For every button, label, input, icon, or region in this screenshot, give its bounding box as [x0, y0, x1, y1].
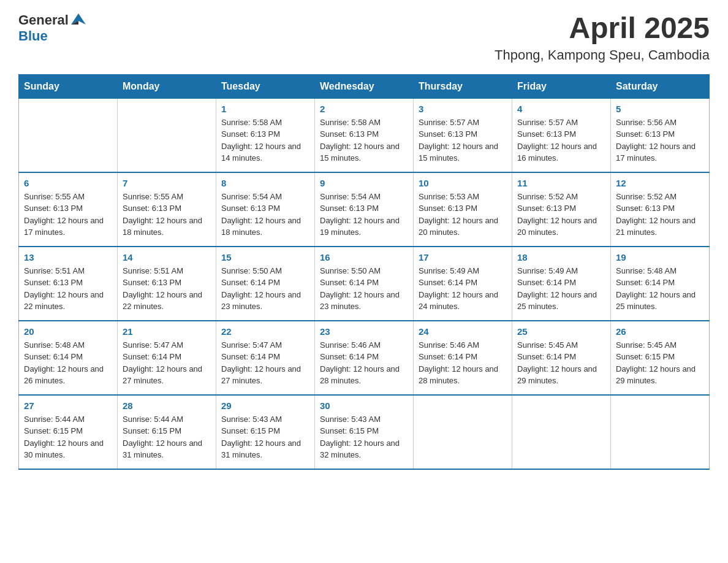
day-number: 4 — [517, 104, 605, 114]
day-number: 22 — [221, 326, 309, 337]
day-number: 11 — [517, 178, 605, 188]
day-info: Sunrise: 5:52 AMSunset: 6:13 PMDaylight:… — [616, 191, 704, 239]
table-row: 14Sunrise: 5:51 AMSunset: 6:13 PMDayligh… — [118, 247, 216, 321]
day-info: Sunrise: 5:46 AMSunset: 6:14 PMDaylight:… — [419, 339, 507, 387]
table-row: 29Sunrise: 5:43 AMSunset: 6:15 PMDayligh… — [216, 395, 315, 469]
day-info: Sunrise: 5:52 AMSunset: 6:13 PMDaylight:… — [517, 191, 605, 239]
table-row: 23Sunrise: 5:46 AMSunset: 6:14 PMDayligh… — [315, 321, 414, 395]
page-header: General Blue April 2025 Thpong, Kampong … — [18, 12, 710, 63]
day-info: Sunrise: 5:50 AMSunset: 6:14 PMDaylight:… — [221, 265, 309, 313]
table-row: 8Sunrise: 5:54 AMSunset: 6:13 PMDaylight… — [216, 172, 315, 247]
table-row: 16Sunrise: 5:50 AMSunset: 6:14 PMDayligh… — [315, 247, 414, 321]
table-row: 13Sunrise: 5:51 AMSunset: 6:13 PMDayligh… — [19, 247, 118, 321]
day-number: 17 — [419, 252, 507, 262]
day-number: 29 — [221, 400, 309, 411]
day-number: 5 — [616, 104, 704, 114]
day-info: Sunrise: 5:45 AMSunset: 6:15 PMDaylight:… — [616, 339, 704, 387]
col-thursday: Thursday — [414, 74, 512, 98]
day-number: 12 — [616, 178, 704, 188]
day-info: Sunrise: 5:43 AMSunset: 6:15 PMDaylight:… — [221, 413, 309, 461]
day-info: Sunrise: 5:49 AMSunset: 6:14 PMDaylight:… — [517, 265, 605, 313]
table-row — [512, 395, 611, 469]
day-number: 18 — [517, 252, 605, 262]
table-row: 25Sunrise: 5:45 AMSunset: 6:14 PMDayligh… — [512, 321, 611, 395]
day-number: 9 — [320, 178, 408, 188]
day-number: 30 — [320, 400, 408, 411]
day-number: 13 — [24, 252, 112, 262]
table-row: 2Sunrise: 5:58 AMSunset: 6:13 PMDaylight… — [315, 98, 414, 172]
day-number: 1 — [221, 104, 309, 114]
day-info: Sunrise: 5:51 AMSunset: 6:13 PMDaylight:… — [123, 265, 211, 313]
logo: General Blue — [18, 12, 87, 44]
day-info: Sunrise: 5:48 AMSunset: 6:14 PMDaylight:… — [616, 265, 704, 313]
table-row — [19, 98, 118, 172]
day-number: 15 — [221, 252, 309, 262]
day-info: Sunrise: 5:45 AMSunset: 6:14 PMDaylight:… — [517, 339, 605, 387]
table-row: 4Sunrise: 5:57 AMSunset: 6:13 PMDaylight… — [512, 98, 611, 172]
table-row — [118, 98, 216, 172]
day-number: 27 — [24, 400, 112, 411]
table-row: 17Sunrise: 5:49 AMSunset: 6:14 PMDayligh… — [414, 247, 512, 321]
calendar-week-row: 1Sunrise: 5:58 AMSunset: 6:13 PMDaylight… — [19, 98, 710, 172]
day-number: 2 — [320, 104, 408, 114]
table-row: 18Sunrise: 5:49 AMSunset: 6:14 PMDayligh… — [512, 247, 611, 321]
col-wednesday: Wednesday — [315, 74, 414, 98]
page-title: April 2025 — [495, 12, 710, 45]
calendar-table: Sunday Monday Tuesday Wednesday Thursday… — [18, 74, 710, 470]
col-friday: Friday — [512, 74, 611, 98]
day-number: 21 — [123, 326, 211, 337]
col-sunday: Sunday — [19, 74, 118, 98]
day-number: 23 — [320, 326, 408, 337]
title-block: April 2025 Thpong, Kampong Speu, Cambodi… — [495, 12, 710, 63]
table-row — [611, 395, 710, 469]
day-number: 28 — [123, 400, 211, 411]
day-number: 26 — [616, 326, 704, 337]
day-info: Sunrise: 5:49 AMSunset: 6:14 PMDaylight:… — [419, 265, 507, 313]
table-row: 5Sunrise: 5:56 AMSunset: 6:13 PMDaylight… — [611, 98, 710, 172]
col-saturday: Saturday — [611, 74, 710, 98]
table-row: 19Sunrise: 5:48 AMSunset: 6:14 PMDayligh… — [611, 247, 710, 321]
table-row: 24Sunrise: 5:46 AMSunset: 6:14 PMDayligh… — [414, 321, 512, 395]
day-info: Sunrise: 5:43 AMSunset: 6:15 PMDaylight:… — [320, 413, 408, 461]
day-info: Sunrise: 5:58 AMSunset: 6:13 PMDaylight:… — [320, 117, 408, 164]
table-row: 22Sunrise: 5:47 AMSunset: 6:14 PMDayligh… — [216, 321, 315, 395]
table-row: 10Sunrise: 5:53 AMSunset: 6:13 PMDayligh… — [414, 172, 512, 247]
table-row: 28Sunrise: 5:44 AMSunset: 6:15 PMDayligh… — [118, 395, 216, 469]
col-tuesday: Tuesday — [216, 74, 315, 98]
day-number: 20 — [24, 326, 112, 337]
day-info: Sunrise: 5:55 AMSunset: 6:13 PMDaylight:… — [123, 191, 211, 239]
table-row: 1Sunrise: 5:58 AMSunset: 6:13 PMDaylight… — [216, 98, 315, 172]
calendar-week-row: 13Sunrise: 5:51 AMSunset: 6:13 PMDayligh… — [19, 247, 710, 321]
day-info: Sunrise: 5:48 AMSunset: 6:14 PMDaylight:… — [24, 339, 112, 387]
day-info: Sunrise: 5:47 AMSunset: 6:14 PMDaylight:… — [221, 339, 309, 387]
logo-text: General — [18, 12, 87, 29]
table-row: 6Sunrise: 5:55 AMSunset: 6:13 PMDaylight… — [19, 172, 118, 247]
day-info: Sunrise: 5:46 AMSunset: 6:14 PMDaylight:… — [320, 339, 408, 387]
table-row: 12Sunrise: 5:52 AMSunset: 6:13 PMDayligh… — [611, 172, 710, 247]
day-number: 8 — [221, 178, 309, 188]
day-number: 3 — [419, 104, 507, 114]
col-monday: Monday — [118, 74, 216, 98]
table-row: 15Sunrise: 5:50 AMSunset: 6:14 PMDayligh… — [216, 247, 315, 321]
calendar-week-row: 6Sunrise: 5:55 AMSunset: 6:13 PMDaylight… — [19, 172, 710, 247]
day-info: Sunrise: 5:56 AMSunset: 6:13 PMDaylight:… — [616, 117, 704, 164]
day-number: 25 — [517, 326, 605, 337]
page-subtitle: Thpong, Kampong Speu, Cambodia — [495, 47, 710, 63]
day-number: 10 — [419, 178, 507, 188]
day-info: Sunrise: 5:50 AMSunset: 6:14 PMDaylight:… — [320, 265, 408, 313]
day-info: Sunrise: 5:55 AMSunset: 6:13 PMDaylight:… — [24, 191, 112, 239]
day-number: 19 — [616, 252, 704, 262]
day-number: 6 — [24, 178, 112, 188]
table-row: 21Sunrise: 5:47 AMSunset: 6:14 PMDayligh… — [118, 321, 216, 395]
table-row: 7Sunrise: 5:55 AMSunset: 6:13 PMDaylight… — [118, 172, 216, 247]
table-row: 26Sunrise: 5:45 AMSunset: 6:15 PMDayligh… — [611, 321, 710, 395]
logo-blue: Blue — [18, 28, 87, 44]
table-row: 30Sunrise: 5:43 AMSunset: 6:15 PMDayligh… — [315, 395, 414, 469]
table-row: 27Sunrise: 5:44 AMSunset: 6:15 PMDayligh… — [19, 395, 118, 469]
day-number: 14 — [123, 252, 211, 262]
table-row — [414, 395, 512, 469]
day-info: Sunrise: 5:54 AMSunset: 6:13 PMDaylight:… — [221, 191, 309, 239]
day-number: 16 — [320, 252, 408, 262]
day-info: Sunrise: 5:57 AMSunset: 6:13 PMDaylight:… — [517, 117, 605, 164]
day-info: Sunrise: 5:53 AMSunset: 6:13 PMDaylight:… — [419, 191, 507, 239]
